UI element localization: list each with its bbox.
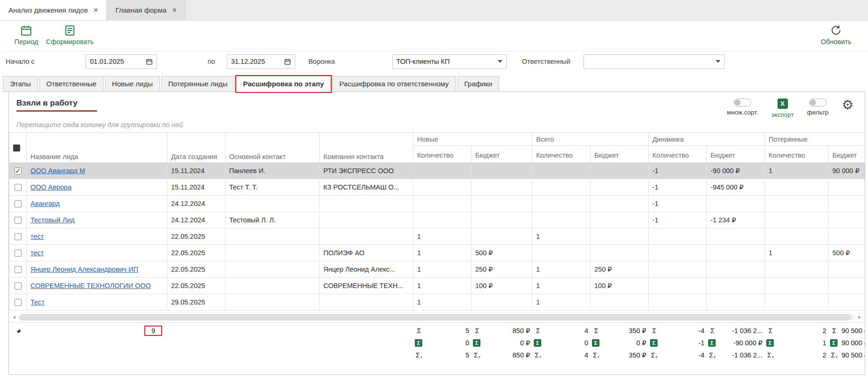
- col-header-lost-budget[interactable]: Бюджет: [829, 146, 865, 163]
- lead-link[interactable]: СОВРЕМЕННЫЕ ТЕХНОЛОГИИ ООО: [30, 282, 151, 289]
- col-header-created-date[interactable]: Дата создания: [167, 133, 225, 163]
- tab-responsible[interactable]: Ответственные: [39, 76, 104, 92]
- table-body: ООО Авангард М 15.11.2024 Панлеев И. РТИ…: [9, 163, 865, 311]
- lead-link[interactable]: Авангард: [30, 200, 60, 207]
- col-header-new-budget[interactable]: Бюджет: [471, 146, 532, 163]
- cell-dynamics-budget: [707, 245, 765, 261]
- table-row[interactable]: тест 22.05.2025 ПОЛИЭФ АО 1 500 ₽ 1 500 …: [9, 245, 865, 261]
- col-header-total-budget[interactable]: Бюджет: [591, 146, 649, 163]
- funnel-select[interactable]: ТОП-клиенты КП: [392, 54, 507, 69]
- cell-main-contact: Панлеев И.: [225, 163, 320, 179]
- refresh-button[interactable]: Обновить: [816, 24, 856, 46]
- row-checkbox[interactable]: [15, 184, 22, 191]
- row-checkbox[interactable]: [15, 299, 22, 306]
- generate-button[interactable]: Сформировать: [46, 24, 94, 46]
- close-icon[interactable]: ×: [172, 6, 177, 14]
- lead-link[interactable]: тест: [30, 249, 44, 257]
- window-tab-lead-analysis[interactable]: Анализ движения лидов ×: [0, 0, 107, 20]
- window-tab-main-form[interactable]: Главная форма ×: [107, 0, 186, 20]
- settings-button[interactable]: ⚙: [842, 99, 853, 112]
- multisort-toggle[interactable]: множ.сорт.: [727, 99, 758, 116]
- filter-toggle[interactable]: фильтр: [807, 99, 829, 116]
- table-row[interactable]: Янцер Леонид Александрович ИП 22.05.2025…: [9, 261, 865, 278]
- tab-new-leads[interactable]: Новые лиды: [105, 76, 160, 92]
- table-row[interactable]: ООО Авангард М 15.11.2024 Панлеев И. РТИ…: [9, 163, 865, 179]
- period-button[interactable]: Период: [7, 24, 46, 46]
- table-row[interactable]: Тестовый Лид 24.12.2024 Тестовый Л. Л. -…: [9, 212, 865, 228]
- scroll-right-icon[interactable]: ►: [855, 315, 864, 319]
- total-sum-value: 850 ₽: [483, 351, 530, 359]
- lead-link[interactable]: тест: [30, 233, 44, 240]
- start-date-input[interactable]: 01.01.2025: [86, 54, 157, 69]
- leads-table: Название лида Дата создания Основной кон…: [9, 132, 865, 311]
- totals-cell: 2 1 2: [764, 324, 828, 362]
- sum-value: 5: [425, 327, 469, 334]
- close-icon[interactable]: ×: [93, 6, 98, 14]
- row-checkbox[interactable]: [15, 217, 22, 224]
- table-row[interactable]: СОВРЕМЕННЫЕ ТЕХНОЛОГИИ ООО 22.05.2025 СО…: [9, 278, 865, 294]
- row-checkbox[interactable]: [15, 250, 22, 257]
- total-sum-icon: [473, 351, 481, 359]
- cell-contact-company: Янцер Леонид Алекс...: [320, 261, 413, 278]
- cell-created-date: 22.05.2025: [167, 228, 225, 245]
- window-tab-label: Анализ движения лидов: [8, 6, 88, 14]
- lead-link[interactable]: ООО Аврора: [30, 183, 72, 191]
- filter-row: Начало с 01.01.2025 по 31.12.2025 Воронк…: [0, 52, 868, 71]
- col-group-total[interactable]: Всего: [532, 133, 649, 146]
- cell-new-budget: [471, 294, 532, 311]
- sum-value: 90 500 ₽: [840, 327, 865, 334]
- col-header-contact-company[interactable]: Компания контакта: [320, 133, 413, 163]
- col-header-total-qty[interactable]: Количество: [532, 146, 591, 163]
- total-sum-icon: [650, 351, 658, 359]
- scroll-left-icon[interactable]: ◄: [10, 315, 18, 319]
- table-row[interactable]: ООО Аврора 15.11.2024 Тест Т. Т. КЗ РОСТ…: [9, 179, 865, 196]
- cell-lost-qty: [765, 228, 829, 245]
- row-checkbox[interactable]: [15, 233, 22, 240]
- export-button[interactable]: X экспорт: [771, 99, 794, 118]
- col-group-new[interactable]: Новые: [413, 133, 532, 146]
- table-row[interactable]: Тест 29.05.2025 1 1: [9, 294, 865, 311]
- total-sum-value: 4: [544, 351, 588, 359]
- row-checkbox[interactable]: [15, 167, 22, 175]
- checked-sum-value: 1: [775, 339, 826, 347]
- col-header-dynamics-qty[interactable]: Количество: [649, 146, 707, 163]
- table-row[interactable]: тест 22.05.2025 1 1: [9, 228, 865, 245]
- cell-lost-qty: [765, 196, 829, 212]
- select-all-checkbox[interactable]: [13, 144, 20, 152]
- lead-link[interactable]: Тестовый Лид: [30, 216, 75, 224]
- tab-charts[interactable]: Графики: [457, 76, 500, 92]
- cell-new-qty: [413, 196, 471, 212]
- col-header-new-qty[interactable]: Количество: [413, 146, 471, 163]
- col-header-lost-qty[interactable]: Количество: [765, 146, 829, 163]
- table-row[interactable]: Авангард 24.12.2024 -1: [9, 196, 865, 212]
- col-header-main-contact[interactable]: Основной контакт: [225, 133, 320, 163]
- totals-cell: -4 -1 -4: [648, 324, 706, 362]
- cell-created-date: 24.12.2024: [167, 196, 225, 212]
- tab-lost-leads[interactable]: Потерянные лиды: [161, 76, 235, 92]
- row-checkbox[interactable]: [15, 266, 22, 273]
- row-checkbox[interactable]: [15, 200, 22, 207]
- lead-link[interactable]: ООО Авангард М: [30, 167, 85, 175]
- col-group-lost[interactable]: Потерянные: [765, 133, 865, 146]
- lead-link[interactable]: Тест: [30, 298, 45, 306]
- scrollbar-thumb[interactable]: [19, 314, 851, 320]
- col-header-dynamics-budget[interactable]: Бюджет: [707, 146, 765, 163]
- tab-breakdown-by-responsible[interactable]: Расшифровка по ответственному: [332, 76, 456, 92]
- lead-link[interactable]: Янцер Леонид Александрович ИП: [30, 266, 138, 273]
- row-checkbox[interactable]: [15, 282, 22, 289]
- excel-icon: X: [778, 99, 788, 109]
- tab-breakdown-by-stage[interactable]: Расшифровка по этапу: [236, 76, 331, 92]
- col-header-lead-name[interactable]: Название лида: [27, 133, 167, 163]
- responsible-select[interactable]: [584, 54, 725, 69]
- horizontal-scrollbar[interactable]: ◄ ►: [10, 313, 864, 321]
- cell-total-qty: 1: [532, 261, 591, 278]
- col-group-dynamics[interactable]: Динамика: [649, 133, 765, 146]
- cell-lost-qty: 1: [765, 245, 829, 261]
- end-date-input[interactable]: 31.12.2025: [227, 54, 295, 69]
- checked-sum-value: -1: [659, 339, 704, 347]
- cell-lost-qty: [765, 212, 829, 228]
- tab-stages[interactable]: Этапы: [3, 76, 38, 92]
- cell-main-contact: [225, 245, 320, 261]
- scrollbar-track[interactable]: [19, 314, 854, 320]
- total-sum-icon: [708, 351, 717, 359]
